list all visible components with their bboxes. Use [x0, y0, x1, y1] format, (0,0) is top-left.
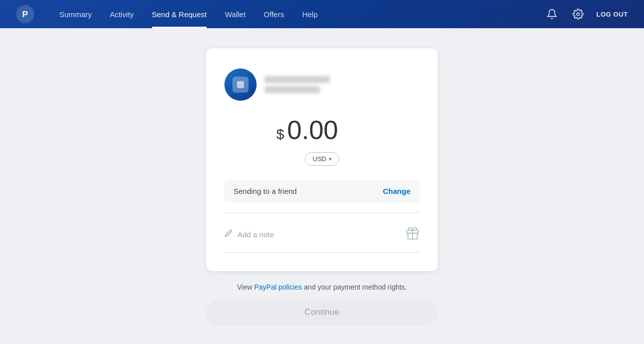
recipient-name-blurred [265, 76, 330, 83]
nav-right: LOG OUT [544, 6, 628, 22]
gift-icon[interactable] [406, 226, 420, 242]
nav-item-help[interactable]: Help [293, 0, 327, 28]
divider-1 [224, 213, 420, 213]
sending-type-row: Sending to a friend Change [224, 180, 420, 202]
nav-item-activity[interactable]: Activity [101, 0, 143, 28]
gear-icon [573, 9, 584, 20]
note-row: Add a note [224, 223, 420, 252]
sending-type-label: Sending to a friend [233, 187, 297, 195]
page-content: $ USD ▾ Sending to a friend Change [0, 28, 644, 344]
amount-section: $ USD ▾ [224, 115, 420, 166]
settings-button[interactable] [570, 6, 586, 22]
recipient-info [265, 76, 330, 93]
recipient-email-blurred [265, 86, 320, 93]
nav-item-wallet[interactable]: Wallet [216, 0, 255, 28]
footer-text: View PayPal policies and your payment me… [206, 283, 438, 291]
paypal-policies-link[interactable]: PayPal policies [254, 283, 302, 291]
amount-input-row: $ [276, 115, 368, 145]
nav-item-offers[interactable]: Offers [255, 0, 293, 28]
chevron-down-icon: ▾ [329, 156, 332, 162]
footer-section: View PayPal policies and your payment me… [206, 283, 438, 325]
divider-2 [224, 252, 420, 253]
svg-text:P: P [22, 10, 28, 19]
notifications-button[interactable] [544, 6, 560, 22]
send-payment-card: $ USD ▾ Sending to a friend Change [206, 48, 438, 271]
currency-symbol: $ [276, 126, 284, 143]
currency-code: USD [312, 155, 326, 163]
change-button[interactable]: Change [383, 187, 411, 195]
view-text: View [237, 283, 254, 291]
main-nav: Summary Activity Send & Request Wallet O… [50, 0, 544, 28]
note-input[interactable]: Add a note [237, 230, 274, 239]
logout-button[interactable]: LOG OUT [596, 8, 628, 21]
header: P Summary Activity Send & Request Wallet… [0, 0, 644, 28]
bell-icon [546, 9, 557, 20]
note-left: Add a note [224, 229, 274, 239]
continue-button[interactable]: Continue [206, 299, 438, 325]
currency-selector[interactable]: USD ▾ [305, 152, 339, 166]
svg-point-2 [577, 13, 580, 16]
recipient-row [224, 68, 420, 101]
logo: P [16, 5, 34, 23]
avatar [224, 68, 257, 101]
nav-item-summary[interactable]: Summary [50, 0, 101, 28]
amount-input[interactable] [287, 115, 368, 145]
rights-text: and your payment method rights. [302, 283, 407, 291]
pencil-icon [224, 229, 232, 239]
nav-item-send-request[interactable]: Send & Request [143, 0, 216, 28]
